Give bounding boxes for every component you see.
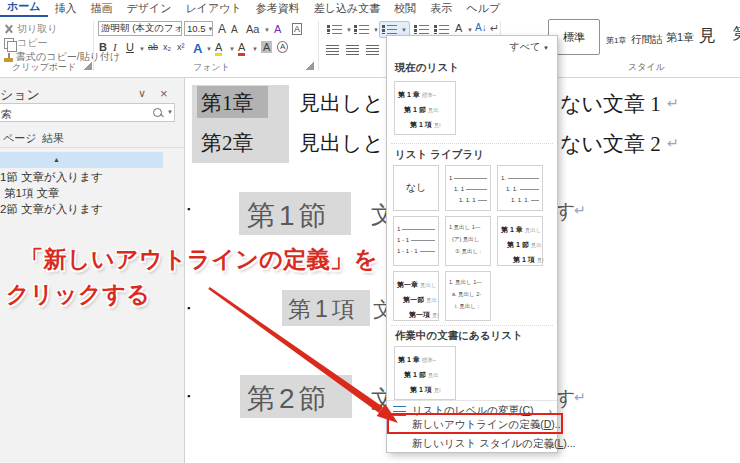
tab-insert[interactable]: 挿入 [48,0,84,17]
chevron-down-icon: ▼ [467,27,473,33]
gallery-filter-dropdown[interactable]: すべて ▼ [510,40,549,54]
list-style-numeric[interactable]: 1 1. 1 1. 1. 1 [445,165,491,211]
style-heading2-partial[interactable]: 第 [733,24,740,45]
strikethrough-button[interactable]: ab [148,42,158,52]
tab-view[interactable]: 表示 [423,0,459,17]
tab-help[interactable]: ヘルプ [459,0,507,17]
nav-tab-pages[interactable]: ページ [3,131,37,146]
style-heading1[interactable]: 第1章 見 [666,24,716,47]
clipboard-dialog-launcher-icon[interactable] [84,62,92,70]
chapter2-number: 第2章 [201,129,254,157]
align-center-button[interactable] [344,43,361,57]
multilevel-list-icon [382,24,397,35]
font-group-label: フォント [193,61,230,74]
font-size-combo[interactable]: 10.5▼ [184,21,213,36]
annotation-arrow [183,282,423,432]
enclose-characters-button[interactable]: A [292,23,302,35]
tab-draw[interactable]: 描画 [84,0,120,17]
nav-heading-item[interactable]: 第1項 文章 [4,186,60,201]
chevron-down-icon: ▼ [252,46,258,52]
chapter1-number: 第1章 [201,89,254,117]
nav-selected-heading[interactable]: ▲ [0,152,163,168]
annotation-text-line1: 「新しいアウトラインの定義」を [20,244,378,275]
pane-close-button[interactable]: × [160,86,168,101]
sort-button[interactable]: A↓ [475,22,487,33]
text-effects-button[interactable]: A [193,41,202,56]
chevron-down-icon: ▼ [167,109,173,115]
list-style-heading-katakana[interactable]: 1 見出し 1— (ア) 見出し ① 見出し : [445,216,491,266]
circled-character-button[interactable]: A [277,41,288,53]
scissors-icon [4,24,14,34]
shrink-font-button[interactable]: A [231,24,238,35]
nav-tab-results[interactable]: 結果 [42,131,64,146]
tab-references[interactable]: 参考資料 [249,0,307,17]
font-color-button[interactable]: A [238,41,245,56]
subscript-button[interactable]: x₂ [163,42,171,52]
section1-text-tail: す [555,198,575,225]
font-dialog-launcher-icon[interactable] [306,62,314,70]
highlight-color-button[interactable]: A [215,41,222,56]
pane-collapse-button[interactable]: ∨ [138,87,146,100]
nav-heading-item[interactable]: 2節 文章が入ります [0,202,103,217]
chevron-down-icon: ▼ [208,26,214,32]
list-style-numeric-dot[interactable]: 1. 1. 1. 1. 1. 1. [497,165,543,211]
tab-layout[interactable]: レイアウト [179,0,249,17]
italic-button[interactable]: I [113,41,117,53]
list-bullet: ▪ [187,204,190,214]
change-case-button[interactable]: Aa [246,23,259,35]
copy-icon [4,38,14,49]
section1-heading: 第1節 [247,197,331,235]
styles-group-label: スタイル [628,61,665,74]
character-shading-button[interactable]: A [261,41,272,53]
clipboard-group-label: クリップボード [12,61,76,74]
current-list-preview[interactable]: 第 1 章標準~ 第 1 節見出 第 1 項見l [394,81,456,135]
chevron-down-icon: ▼ [139,46,145,52]
numbered-list-button[interactable]: ▼ [352,22,381,37]
align-left-button[interactable] [324,43,341,57]
chevron-down-icon: ▼ [401,27,407,33]
grow-font-button[interactable]: A [218,22,226,36]
align-center-icon [346,45,359,55]
chevron-down-icon: ▼ [264,27,270,33]
tab-mailings[interactable]: 差し込み文書 [307,0,388,17]
list-style-dash[interactable]: 1 1 - 1 1 - 1 - 1 [393,216,439,266]
increase-indent-icon [434,24,449,35]
tab-design[interactable]: デザイン [120,0,179,17]
list-style-alpha[interactable]: 1. 見出し 1— a. 見出し 2- i. 見出し : [445,271,491,321]
align-right-icon [366,45,379,55]
collapse-triangle-icon[interactable]: ▲ [53,156,60,163]
phonetic-guide-button[interactable]: A [274,23,281,35]
align-right-button[interactable] [364,43,381,57]
section-list-library: リスト ライブラリ [395,148,484,162]
chevron-down-icon: ▼ [206,46,212,52]
paragraph-mark-icon: ↵ [667,135,679,151]
asian-layout-button[interactable]: A [455,22,462,34]
menu-define-new-list-style[interactable]: 新しいリスト スタイルの定義(L)... [387,436,559,451]
cut-button[interactable]: 切り取り [4,22,57,36]
nav-heading-item[interactable]: 1節 文章が入ります [0,170,103,185]
paragraph-mark-icon: ↵ [574,389,586,405]
list-style-none[interactable]: なし [393,165,439,211]
underline-button[interactable]: U [126,41,134,53]
navigation-pane-title: ション [0,86,40,104]
show-editing-marks-button[interactable]: ↵ [490,22,499,35]
search-icon [153,108,162,117]
annotation-text-line2: クリックする [6,279,150,310]
style-no-spacing[interactable]: 第1章 行間詰 [606,29,662,47]
align-left-icon [326,45,339,55]
chapter1-text-tail: ない文章 1 [560,90,661,118]
tab-home[interactable]: ホーム [0,0,48,17]
copy-button[interactable]: コピー [4,36,47,50]
paragraph-mark-icon: ↵ [574,202,586,218]
superscript-button[interactable]: x² [177,42,185,52]
list-style-chapter[interactable]: 第 1 章見出し 第 1 節見出 第 1 項見l [497,216,543,266]
section-current-list: 現在のリスト [395,61,459,75]
search-input[interactable]: 索 ▼ [0,103,175,122]
bold-button[interactable]: B [99,41,107,53]
font-name-combo[interactable]: 游明朝 (本文のフォン▼ [98,21,182,36]
resize-grip-icon[interactable] [546,443,552,449]
chapter2-text-tail: ない文章 2 [560,130,661,158]
tab-review[interactable]: 校閲 [387,0,423,17]
bullet-list-button[interactable]: ▼ [325,22,354,37]
decrease-indent-icon [414,24,429,35]
